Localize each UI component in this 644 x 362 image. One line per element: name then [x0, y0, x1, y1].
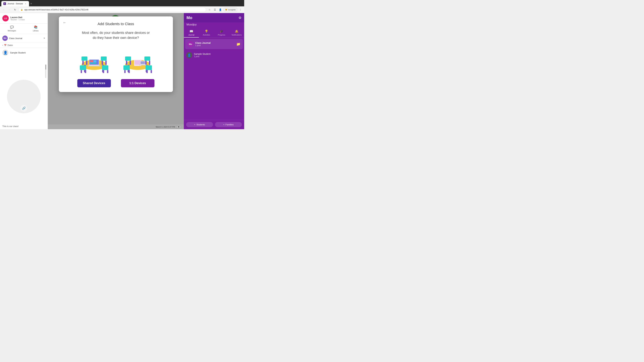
svg-rect-7 [102, 61, 103, 65]
notifications-tab-icon: 🔔 [235, 29, 238, 33]
link-icon-button[interactable]: 🔗 [20, 105, 27, 112]
folder-icon: 📁 [236, 42, 240, 46]
tab-favicon: S [3, 2, 6, 5]
dates-nav[interactable]: ‹ 📅 Dates [0, 43, 48, 48]
modal-overlay[interactable]: ← Add Students to Class Most often, do y… [48, 13, 184, 129]
svg-rect-12 [94, 60, 96, 62]
shared-devices-option: Shared Devices [76, 45, 112, 87]
student-item[interactable]: 👤 Sample Student [0, 48, 48, 57]
class-journal-item[interactable]: Mo Class Journal 1 post 📁 [185, 39, 243, 49]
library-icon: 📚 [34, 25, 38, 29]
tab-notifications[interactable]: 🔔 Notifications [229, 28, 244, 37]
messages-label: Messages [8, 30, 16, 32]
class-journal-title: Class Journal [195, 41, 234, 44]
dialog-question: Most often, do your students share devic… [64, 30, 168, 40]
svg-rect-33 [140, 61, 145, 64]
bookmark-button[interactable]: ☆ [207, 7, 212, 12]
app-container: LD Lauren Deli Teacher - 1 Class 💬 Messa… [0, 13, 244, 129]
tab-progress[interactable]: 🎓 Progress [214, 28, 229, 37]
tab-activities[interactable]: 💡 Activities [199, 28, 214, 37]
shared-devices-svg [77, 47, 111, 74]
teacher-avatar: LD [2, 15, 9, 21]
one-one-devices-svg [121, 47, 154, 74]
incognito-label: Incognito [228, 9, 236, 11]
one-one-devices-illustration [119, 45, 156, 76]
one-one-devices-option: 1:1 Devices [119, 45, 156, 87]
left-sidebar: LD Lauren Deli Teacher - 1 Class 💬 Messa… [0, 13, 48, 129]
main-content: + Add ← Add Students to Class Most often… [48, 13, 184, 129]
svg-rect-29 [149, 61, 150, 65]
student-avatar: 👤 [2, 50, 8, 56]
extensions-button[interactable]: ☰ [212, 7, 217, 12]
forward-button[interactable]: → [7, 7, 12, 12]
progress-tab-icon: 🎓 [220, 29, 224, 33]
progress-tab-label: Progress [218, 34, 225, 36]
incognito-button[interactable]: 😿 Incognito [223, 7, 238, 12]
svg-rect-6 [101, 56, 107, 61]
browser-tab-bar: S Journal - Seesaw × + [0, 0, 244, 6]
class-abbreviation: Mo [186, 15, 192, 20]
new-tab-button[interactable]: + [29, 1, 34, 6]
settings-icon[interactable]: ⚙ [238, 16, 242, 20]
sample-student-avatar: 👤 [186, 52, 192, 58]
svg-rect-8 [105, 61, 107, 65]
sample-student-item[interactable]: 👤 Sample Student 1 post [184, 50, 244, 60]
add-students-dialog: ← Add Students to Class Most often, do y… [59, 16, 173, 92]
dialog-options: Shared Devices [64, 45, 168, 87]
address-bar[interactable]: 🔒 app.seesaw.me/#/class/class.e01bf4c2-9… [18, 7, 206, 12]
svg-rect-11 [90, 60, 93, 62]
svg-rect-4 [82, 61, 84, 65]
class-journal-avatar: Mo [188, 41, 194, 47]
class-selector[interactable]: Mo Class Journal ▼ [0, 34, 48, 43]
svg-rect-34 [139, 64, 146, 65]
scrollbar[interactable] [45, 64, 46, 78]
sidebar-header: LD Lauren Deli Teacher - 1 Class [0, 13, 48, 24]
svg-rect-20 [107, 70, 108, 73]
svg-rect-18 [102, 65, 108, 70]
activities-tab-icon: 💡 [204, 29, 208, 33]
students-button[interactable]: + Students [186, 122, 213, 127]
nav-actions: ☆ ☰ 👤 😿 Incognito ⋮ [207, 7, 243, 12]
svg-rect-3 [82, 56, 88, 61]
svg-rect-15 [80, 65, 86, 70]
menu-button[interactable]: ⋮ [238, 7, 243, 12]
tab-journal[interactable]: 📖 Journal [184, 28, 199, 37]
profile-button[interactable]: 👤 [218, 7, 222, 12]
students-plus-icon: + [194, 123, 196, 126]
library-label: Library [33, 30, 38, 32]
families-button[interactable]: + Families [215, 122, 242, 127]
one-one-devices-button[interactable]: 1:1 Devices [121, 79, 154, 87]
svg-rect-31 [135, 60, 141, 65]
library-nav-item[interactable]: 📚 Library [24, 24, 48, 34]
svg-rect-24 [125, 56, 131, 61]
class-journal-info: Class Journal 1 post [195, 41, 234, 46]
right-tabs: 📖 Journal 💡 Activities 🎓 Progress 🔔 Noti… [184, 28, 244, 38]
svg-rect-13 [90, 62, 96, 63]
sample-student-posts: 1 post [194, 55, 242, 58]
journal-tab-label: Journal [188, 34, 194, 36]
right-sidebar: Mo ⚙ Moodjoy 📖 Journal 💡 Activities 🎓 Pr… [184, 13, 244, 129]
messages-icon: 💬 [10, 25, 14, 29]
tab-close-button[interactable]: × [24, 2, 27, 5]
activities-tab-label: Activities [203, 34, 210, 36]
svg-rect-38 [146, 65, 152, 70]
active-tab[interactable]: S Journal - Seesaw × [1, 1, 29, 6]
svg-rect-27 [144, 56, 150, 61]
calendar-icon: 📅 [4, 44, 6, 46]
svg-rect-17 [85, 70, 86, 73]
svg-rect-16 [81, 70, 82, 73]
svg-rect-40 [150, 70, 152, 73]
teacher-info: Lauren Deli Teacher - 1 Class [10, 16, 45, 21]
back-button[interactable]: ← [1, 7, 6, 12]
svg-rect-25 [126, 61, 127, 65]
shared-devices-button[interactable]: Shared Devices [77, 79, 111, 87]
dialog-back-button[interactable]: ← [63, 20, 66, 25]
class-full-name: Moodjoy [184, 22, 244, 28]
sidebar-nav: 💬 Messages 📚 Library [0, 24, 48, 34]
refresh-button[interactable]: ↻ [13, 7, 18, 12]
messages-nav-item[interactable]: 💬 Messages [0, 24, 24, 34]
class-journal-count: 1 post [195, 44, 234, 46]
navigation-bar: ← → ↻ 🔒 app.seesaw.me/#/class/class.e01b… [0, 6, 244, 13]
dialog-title: Add Students to Class [64, 21, 168, 26]
tab-title: Journal - Seesaw [8, 2, 23, 5]
